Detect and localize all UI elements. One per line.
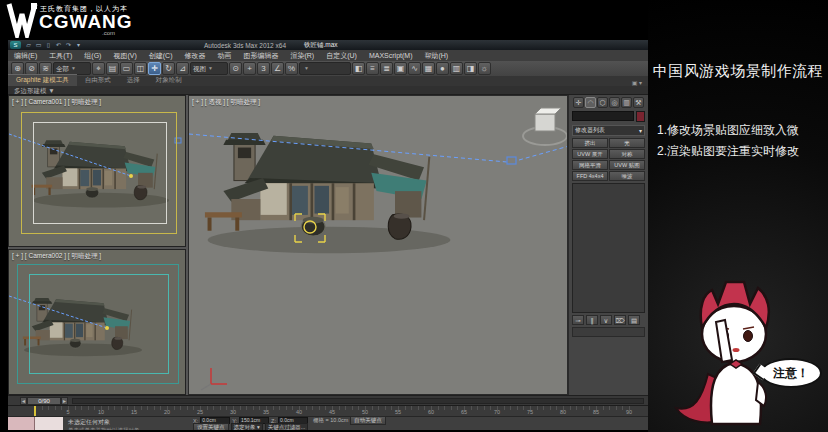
modifier-button-1[interactable]: 壳 bbox=[609, 138, 645, 148]
select-and-scale-icon[interactable]: ⊿ bbox=[176, 62, 189, 75]
render-production-icon[interactable]: ☼ bbox=[478, 62, 491, 75]
snap-toggle-3d-icon[interactable]: 3 bbox=[257, 62, 270, 75]
use-pivot-point-icon[interactable]: ⊙ bbox=[229, 62, 242, 75]
select-by-name-icon[interactable]: ▤ bbox=[106, 62, 119, 75]
ribbon-tabs: Graphite 建模工具自由形式选择对象绘制▣ ▾ bbox=[8, 76, 648, 86]
menu-item-5[interactable]: 修改器 bbox=[178, 51, 211, 61]
command-panel-tabs: ✛◠⬡◎▥⚒ bbox=[569, 95, 648, 109]
ribbon-tab-2[interactable]: 选择 bbox=[119, 75, 148, 86]
window-crossing-icon[interactable]: ◫ bbox=[134, 62, 147, 75]
modifier-list-dropdown[interactable]: 修改器列表▾ bbox=[572, 125, 645, 136]
menu-item-8[interactable]: 渲染(R) bbox=[284, 51, 320, 61]
key-filters-button[interactable]: 关键点过滤器... bbox=[265, 423, 309, 430]
make-unique-icon[interactable]: ∨ bbox=[600, 315, 612, 325]
frame-tick-85: 85 bbox=[593, 409, 599, 415]
dope-sheet-icon[interactable]: ▦ bbox=[422, 62, 435, 75]
reference-coordinate-dropdown[interactable]: 视图▼ bbox=[190, 62, 228, 75]
select-and-rotate-icon[interactable]: ↻ bbox=[162, 62, 175, 75]
graphite-ribbon-toggle-icon[interactable]: ▣ bbox=[394, 62, 407, 75]
named-selection-set-dropdown[interactable]: ▼ bbox=[299, 62, 351, 75]
key-mode-dropdown[interactable]: 选定对象 ▾ bbox=[231, 423, 263, 430]
create-tab[interactable]: ✛ bbox=[573, 97, 584, 108]
menu-item-6[interactable]: 动画 bbox=[211, 51, 237, 61]
menu-item-3[interactable]: 视图(V) bbox=[107, 51, 142, 61]
save-file-icon[interactable]: ▯ bbox=[44, 41, 53, 49]
modifier-button-2[interactable]: UVW 展开 bbox=[572, 149, 608, 159]
motion-tab[interactable]: ◎ bbox=[609, 97, 620, 108]
open-file-icon[interactable]: ▭ bbox=[34, 41, 43, 49]
menu-item-7[interactable]: 图形编辑器 bbox=[237, 51, 284, 61]
menu-item-0[interactable]: 编辑(E) bbox=[8, 51, 43, 61]
undo-icon[interactable]: ↶ bbox=[54, 41, 63, 49]
menu-item-11[interactable]: 帮助(H) bbox=[418, 51, 454, 61]
viewport-perspective[interactable]: [ + ] [ 透视 ] [ 明暗处理 ] bbox=[188, 95, 568, 395]
menu-item-10[interactable]: MAXScript(M) bbox=[363, 52, 419, 59]
redo-icon[interactable]: ↷ bbox=[64, 41, 73, 49]
select-and-manipulate-icon[interactable]: + bbox=[243, 62, 256, 75]
hierarchy-tab[interactable]: ⬡ bbox=[597, 97, 608, 108]
rectangular-selection-region-icon[interactable]: ▭ bbox=[120, 62, 133, 75]
menu-item-4[interactable]: 创建(C) bbox=[143, 51, 179, 61]
maxscript-mini-listener[interactable] bbox=[8, 417, 63, 430]
show-end-result-icon[interactable]: ∥ bbox=[586, 315, 598, 325]
frame-tick-75: 75 bbox=[527, 409, 533, 415]
mirror-icon[interactable]: ◧ bbox=[352, 62, 365, 75]
viewport-camera002[interactable]: [ + ] [ Camera002 ] [ 明暗处理 ] bbox=[8, 249, 186, 395]
time-slider-thumb[interactable]: 0/90 bbox=[27, 397, 61, 405]
ribbon-minimize-icon[interactable]: ▣ ▾ bbox=[632, 79, 642, 86]
align-icon[interactable]: ≡ bbox=[366, 62, 379, 75]
title-bar: S ▱ ▭ ▯ ↶ ↷ ▾ Autodesk 3ds Max 2012 x64 … bbox=[8, 40, 648, 50]
menu-item-1[interactable]: 工具(T) bbox=[43, 51, 78, 61]
modifier-button-7[interactable]: 噪波 bbox=[609, 171, 645, 181]
modifier-button-0[interactable]: 挤出 bbox=[572, 138, 608, 148]
angle-snap-icon[interactable]: ∠ bbox=[271, 62, 284, 75]
ribbon-tab-3[interactable]: 对象绘制 bbox=[148, 75, 190, 86]
select-object-icon[interactable]: ⌖ bbox=[92, 62, 105, 75]
modifier-button-6[interactable]: FFD 4x4x4 bbox=[572, 171, 608, 181]
frame-tick-5: 5 bbox=[66, 409, 69, 415]
camera002-render bbox=[9, 250, 186, 395]
select-and-move-icon[interactable]: ✛ bbox=[148, 62, 161, 75]
object-color-swatch[interactable] bbox=[636, 111, 645, 122]
frame-tick-30: 30 bbox=[230, 409, 236, 415]
rendered-frame-icon[interactable]: ◨ bbox=[464, 62, 477, 75]
previous-frame-button[interactable]: ◄ bbox=[20, 397, 27, 405]
layer-manager-icon[interactable]: ≣ bbox=[380, 62, 393, 75]
menu-item-9[interactable]: 自定义(U) bbox=[320, 51, 363, 61]
camera001-render bbox=[9, 96, 186, 247]
ribbon-tab-1[interactable]: 自由形式 bbox=[77, 75, 119, 86]
material-editor-icon[interactable]: ● bbox=[436, 62, 449, 75]
time-slider-track[interactable] bbox=[72, 398, 644, 404]
remove-modifier-icon[interactable]: ⌦ bbox=[614, 315, 626, 325]
window-title: Autodesk 3ds Max 2012 x64 bbox=[204, 42, 286, 49]
next-frame-button[interactable]: ► bbox=[61, 397, 68, 405]
viewport-perspective-label[interactable]: [ + ] [ 透视 ] [ 明暗处理 ] bbox=[192, 98, 260, 107]
menu-item-2[interactable]: 组(G) bbox=[78, 51, 107, 61]
configure-modifier-sets-icon[interactable]: ▤ bbox=[628, 315, 640, 325]
set-key-button[interactable]: 设置关键点 bbox=[193, 423, 229, 430]
modify-tab[interactable]: ◠ bbox=[585, 97, 596, 108]
modifier-button-5[interactable]: UVW 贴图 bbox=[609, 160, 645, 170]
modifier-button-3[interactable]: 对称 bbox=[609, 149, 645, 159]
max-app-icon[interactable]: S bbox=[10, 41, 21, 49]
display-tab[interactable]: ▥ bbox=[621, 97, 632, 108]
render-setup-icon[interactable]: ▥ bbox=[450, 62, 463, 75]
speech-bubble-text: 注意！ bbox=[762, 365, 820, 382]
ribbon-tab-0[interactable]: Graphite 建模工具 bbox=[8, 74, 77, 86]
ribbon-panel-label[interactable]: 多边形建模 ▼ bbox=[8, 86, 648, 95]
time-slider-row: ◄ 0/90 ► bbox=[8, 395, 648, 405]
viewcube-icon bbox=[523, 108, 567, 145]
viewport-camera001[interactable]: [ + ] [ Camera001 ] [ 明暗处理 ] bbox=[8, 95, 186, 247]
command-panel: ✛◠⬡◎▥⚒ 修改器列表▾ 挤出壳UVW 展开对称网格平滑UVW 贴图FFD 4… bbox=[568, 95, 648, 430]
percent-snap-icon[interactable]: % bbox=[285, 62, 298, 75]
modifier-stack-list[interactable] bbox=[572, 183, 645, 313]
new-file-icon[interactable]: ▱ bbox=[24, 41, 33, 49]
curve-editor-icon[interactable]: ∿ bbox=[408, 62, 421, 75]
quick-access-arrow-icon[interactable]: ▾ bbox=[74, 41, 83, 49]
object-name-field[interactable] bbox=[572, 111, 634, 121]
viewport-camera002-label[interactable]: [ + ] [ Camera002 ] [ 明暗处理 ] bbox=[12, 252, 101, 261]
utilities-tab[interactable]: ⚒ bbox=[633, 97, 644, 108]
pin-stack-icon[interactable]: ⊸ bbox=[572, 315, 584, 325]
modifier-button-4[interactable]: 网格平滑 bbox=[572, 160, 608, 170]
viewport-camera001-label[interactable]: [ + ] [ Camera001 ] [ 明暗处理 ] bbox=[12, 98, 101, 107]
